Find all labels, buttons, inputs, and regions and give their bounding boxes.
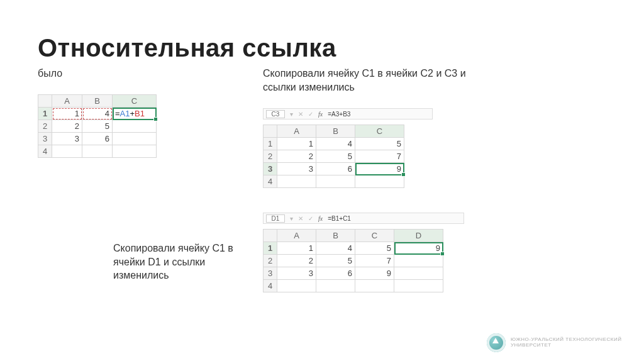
cell <box>394 267 443 280</box>
cell: 7 <box>355 255 394 267</box>
row-header: 2 <box>264 255 277 267</box>
formula-plus: + <box>130 109 135 118</box>
cell: 5 <box>355 242 394 255</box>
caption-copy-d1: Скопировали ячейку С1 в ячейки D1 и ссыл… <box>113 242 258 282</box>
dropdown-icon[interactable]: ▾ <box>290 111 293 118</box>
cell: 4 <box>316 138 355 150</box>
formula-eq: = <box>115 109 120 118</box>
row-header: 2 <box>38 120 52 133</box>
cell: 5 <box>355 138 404 150</box>
row-header: 1 <box>264 138 277 150</box>
cell: 4 <box>82 108 113 120</box>
cell <box>394 280 443 292</box>
formula-text[interactable]: =B1+C1 <box>328 215 351 222</box>
cell: 1 <box>277 242 316 255</box>
col-header-selected: C <box>355 125 404 138</box>
cell <box>394 255 443 267</box>
col-header: B <box>82 95 113 108</box>
grid-corner <box>38 95 52 108</box>
col-header-selected: C <box>113 95 157 108</box>
col-header: A <box>52 95 82 108</box>
fx-icon[interactable]: fx <box>318 111 323 118</box>
cell: 7 <box>355 150 404 163</box>
enter-icon[interactable]: ✓ <box>308 215 313 222</box>
row-header: 2 <box>264 150 277 163</box>
formula-ref-a: A1 <box>120 109 130 118</box>
cell <box>355 280 394 292</box>
caption-before: было <box>38 67 62 81</box>
row-header: 3 <box>264 267 277 280</box>
university-logo-icon <box>487 333 506 352</box>
cell <box>316 280 355 292</box>
row-header: 3 <box>38 133 52 145</box>
cell: 5 <box>316 255 355 267</box>
cell <box>82 145 113 158</box>
excel-grid-c-copied: A B C 1 1 4 5 2 2 5 7 3 3 6 9 4 <box>263 125 404 188</box>
cell: 1 <box>52 108 82 120</box>
name-box[interactable]: C3 <box>266 110 285 118</box>
university-name: ЮЖНО-УРАЛЬСКИЙ ТЕХНОЛОГИЧЕСКИЙ УНИВЕРСИТ… <box>511 337 630 348</box>
footer: ЮЖНО-УРАЛЬСКИЙ ТЕХНОЛОГИЧЕСКИЙ УНИВЕРСИТ… <box>487 333 630 352</box>
cell-formula-editing[interactable]: =A1+B1 <box>113 108 157 120</box>
grid-corner <box>264 125 277 138</box>
cell: 3 <box>277 267 316 280</box>
cell <box>355 175 404 188</box>
enter-icon[interactable]: ✓ <box>308 111 313 118</box>
cancel-icon[interactable]: ✕ <box>298 215 303 222</box>
cell: 6 <box>82 133 113 145</box>
formula-ref-b: B1 <box>135 109 145 118</box>
cell: 3 <box>277 163 316 175</box>
cell: 3 <box>52 133 82 145</box>
cancel-icon[interactable]: ✕ <box>298 111 303 118</box>
col-header: A <box>277 125 316 138</box>
cell: 5 <box>316 150 355 163</box>
cell <box>277 175 316 188</box>
excel-grid-d-copied: A B C D 1 1 4 5 9 2 2 5 7 3 3 6 9 4 <box>263 229 443 292</box>
col-header-selected: D <box>394 230 443 242</box>
formula-bar: C3 ▾ ✕ ✓ fx =A3+B3 <box>263 108 433 119</box>
cell: 9 <box>355 267 394 280</box>
caption-copy-c2c3: Скопировали ячейку С1 в ячейки С2 и С3 и… <box>263 67 489 94</box>
cell: 1 <box>277 138 316 150</box>
cell-selected[interactable]: 9 <box>394 242 443 255</box>
dropdown-icon[interactable]: ▾ <box>290 215 293 222</box>
formula-bar: D1 ▾ ✕ ✓ fx =B1+C1 <box>263 213 464 224</box>
name-box[interactable]: D1 <box>266 214 285 223</box>
cell <box>277 280 316 292</box>
cell <box>113 120 157 133</box>
cell <box>316 175 355 188</box>
cell: 5 <box>82 120 113 133</box>
slide-title: Относительная ссылка <box>38 34 336 62</box>
row-header: 4 <box>264 280 277 292</box>
formula-text[interactable]: =A3+B3 <box>328 111 350 118</box>
row-header-selected: 1 <box>38 108 52 120</box>
row-header: 4 <box>264 175 277 188</box>
cell: 2 <box>52 120 82 133</box>
cell <box>113 145 157 158</box>
fx-icon[interactable]: fx <box>318 215 323 222</box>
cell: 6 <box>316 267 355 280</box>
cell: 2 <box>277 150 316 163</box>
cell-selected[interactable]: 9 <box>355 163 404 175</box>
cell: 6 <box>316 163 355 175</box>
cell <box>113 133 157 145</box>
row-header: 4 <box>38 145 52 158</box>
row-header-selected: 1 <box>264 242 277 255</box>
col-header: B <box>316 125 355 138</box>
col-header: A <box>277 230 316 242</box>
row-header-selected: 3 <box>264 163 277 175</box>
excel-grid-before: A B C 1 1 4 =A1+B1 2 2 5 3 3 6 4 <box>38 94 157 158</box>
col-header: B <box>316 230 355 242</box>
cell: 2 <box>277 255 316 267</box>
cell <box>52 145 82 158</box>
grid-corner <box>264 230 277 242</box>
cell: 4 <box>316 242 355 255</box>
col-header: C <box>355 230 394 242</box>
